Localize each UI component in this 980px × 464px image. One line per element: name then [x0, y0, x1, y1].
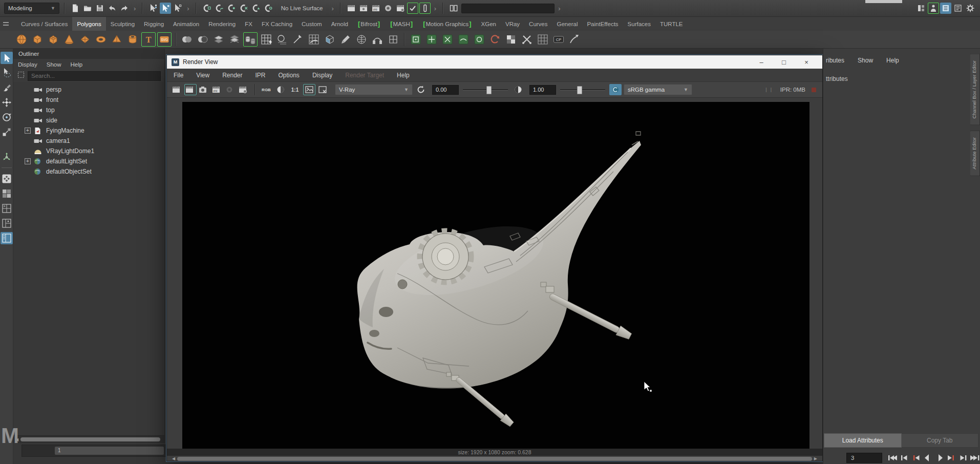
expand-icon[interactable]: +: [25, 128, 31, 134]
sidebar-tab-channel-box-layer-editor[interactable]: Channel Box / Layer Editor: [970, 54, 980, 125]
minimize-button[interactable]: –: [750, 55, 773, 69]
render-view-menu-ipr[interactable]: IPR: [255, 72, 266, 79]
group-collapse-icon[interactable]: ›: [132, 5, 137, 12]
tool-select-icon[interactable]: [1, 52, 13, 64]
renderer-dropdown[interactable]: V-Ray ▼: [335, 84, 413, 95]
cube-face-icon[interactable]: [323, 32, 337, 47]
shelf-tab-painteffects[interactable]: PaintEffects: [582, 17, 623, 31]
scroll-right-icon[interactable]: ▶: [812, 456, 819, 461]
rv-clap-sel-icon[interactable]: [184, 84, 197, 95]
rv-clap-icon[interactable]: [171, 84, 183, 95]
sculpt-g-icon[interactable]: [472, 32, 486, 47]
outliner-item-persp[interactable]: persp: [13, 85, 164, 95]
render-view-menu-help[interactable]: Help: [397, 72, 410, 79]
curve-arrow-icon[interactable]: [567, 32, 582, 47]
outliner-menu-help[interactable]: Help: [71, 61, 83, 68]
undo-icon[interactable]: [106, 3, 118, 14]
snap-projected-icon[interactable]: [238, 3, 249, 14]
snap-grid-icon[interactable]: [201, 3, 212, 14]
contrast-field[interactable]: 1.00: [529, 85, 556, 95]
bridge-icon[interactable]: [370, 32, 385, 47]
render-view-menu-options[interactable]: Options: [279, 72, 300, 79]
outliner-menu-show[interactable]: Show: [47, 61, 61, 68]
search-input[interactable]: [461, 4, 555, 13]
shelf-tab-surfaces[interactable]: Surfaces: [623, 17, 655, 31]
rv-dim-icon[interactable]: [224, 84, 237, 95]
shelf-tab-vray[interactable]: VRay: [501, 17, 524, 31]
attred-icon[interactable]: [952, 3, 964, 14]
copy-tab-button[interactable]: Copy Tab: [902, 433, 979, 448]
poly-cube-icon[interactable]: [30, 32, 45, 47]
play-fwd-button[interactable]: [934, 453, 945, 463]
render-view-menu-view[interactable]: View: [196, 72, 209, 79]
layout-c-icon[interactable]: [1, 202, 13, 215]
shelf-tab-fx-caching[interactable]: FX Caching: [257, 17, 297, 31]
shelf-tab-bifrost[interactable]: [Bifrost]: [353, 17, 385, 31]
poly-plane-icon[interactable]: [78, 32, 92, 47]
poly-cone-icon[interactable]: [62, 32, 76, 47]
expand-icon[interactable]: +: [25, 158, 31, 164]
shelf-tab-sculpting[interactable]: Sculpting: [106, 17, 139, 31]
rv-current-icon[interactable]: [358, 3, 369, 14]
uv-grid-icon[interactable]: [307, 32, 321, 47]
poly-pyramid-icon[interactable]: [110, 32, 124, 47]
mini-grid-icon[interactable]: [386, 32, 400, 47]
pencil-icon[interactable]: [338, 32, 353, 47]
redo-icon[interactable]: [119, 3, 130, 14]
menu-set-dropdown[interactable]: Modeling ▼: [4, 3, 59, 14]
rv-clap-gear-icon[interactable]: [238, 84, 250, 95]
shelf-tab-general[interactable]: General: [552, 17, 583, 31]
rv-snapshot-icon[interactable]: [198, 84, 210, 95]
sidebar-tab-attribute-editor[interactable]: Attribute Editor: [970, 131, 980, 176]
poly-torus-icon[interactable]: [94, 32, 108, 47]
alpha-half-icon[interactable]: [274, 84, 287, 95]
contrast-icon[interactable]: [512, 84, 524, 95]
grid-plus-icon[interactable]: [259, 32, 273, 47]
next-frame-button[interactable]: [957, 453, 969, 463]
snap-point-icon[interactable]: [226, 3, 237, 14]
shelf-tab-polygons[interactable]: Polygons: [72, 17, 105, 31]
quad-draw-g-icon[interactable]: [409, 32, 423, 47]
rv-ipr-clap-icon[interactable]: IPR: [211, 84, 223, 95]
outliner-item-front[interactable]: front: [13, 95, 164, 105]
sel-hierarchy-icon[interactable]: [147, 3, 159, 14]
one-to-one-icon[interactable]: 1:1: [289, 84, 301, 95]
rv-hypershade-icon[interactable]: [382, 3, 394, 14]
io-toggle-icon[interactable]: [419, 3, 431, 14]
outliner-hscrollbar[interactable]: ◀: [13, 435, 164, 443]
render-view-menu-render[interactable]: Render: [222, 72, 242, 79]
poly-cube2-icon[interactable]: [46, 32, 60, 47]
snap-curve-icon[interactable]: [214, 3, 225, 14]
attribute-editor-menu-show[interactable]: Show: [858, 57, 873, 64]
outliner-item-defaultobjectset[interactable]: defaultObjectSet: [13, 166, 164, 177]
render-view-titlebar[interactable]: M Render View – □ ×: [167, 55, 822, 69]
sel-object-icon[interactable]: [160, 3, 171, 14]
tool-scale-icon[interactable]: [1, 126, 13, 138]
shelf-tab-animation[interactable]: Animation: [168, 17, 204, 31]
poly-pipe-icon[interactable]: [125, 32, 140, 47]
outliner-item-vraylightdome1[interactable]: VRayLightDome1: [13, 146, 164, 156]
relax-g-icon[interactable]: [424, 32, 439, 47]
tool-universal-icon[interactable]: [1, 151, 13, 163]
shelf-tab-motion-graphics[interactable]: [Motion Graphics]: [418, 17, 476, 31]
outliner-item-defaultlightset[interactable]: +defaultLightSet: [13, 156, 164, 166]
group-collapse-icon[interactable]: ›: [433, 5, 438, 12]
close-button[interactable]: ×: [795, 55, 818, 69]
poly-sphere-icon[interactable]: [14, 32, 29, 47]
cp-badge-icon[interactable]: CP: [551, 32, 566, 47]
gear-icon[interactable]: [965, 3, 976, 14]
render-view-menu-file[interactable]: File: [174, 72, 183, 79]
group-collapse-icon[interactable]: ›: [185, 5, 190, 12]
combine-icon[interactable]: [243, 32, 258, 47]
shelf-tab-curves-surfaces[interactable]: Curves / Surfaces: [16, 17, 72, 31]
layout-d-icon[interactable]: [1, 217, 13, 229]
x-cut-icon[interactable]: [520, 32, 534, 47]
outliner-menu-display[interactable]: Display: [18, 61, 37, 68]
current-frame-field[interactable]: 3: [846, 453, 882, 463]
pane-layouts-icon[interactable]: [448, 3, 459, 14]
red-rotate-icon[interactable]: [488, 32, 502, 47]
selection-filter-icon[interactable]: [17, 71, 25, 81]
attribute-editor-menu-ributes[interactable]: ributes: [826, 57, 844, 64]
contrast-slider[interactable]: [560, 85, 605, 94]
rv-settings-icon[interactable]: [395, 3, 406, 14]
